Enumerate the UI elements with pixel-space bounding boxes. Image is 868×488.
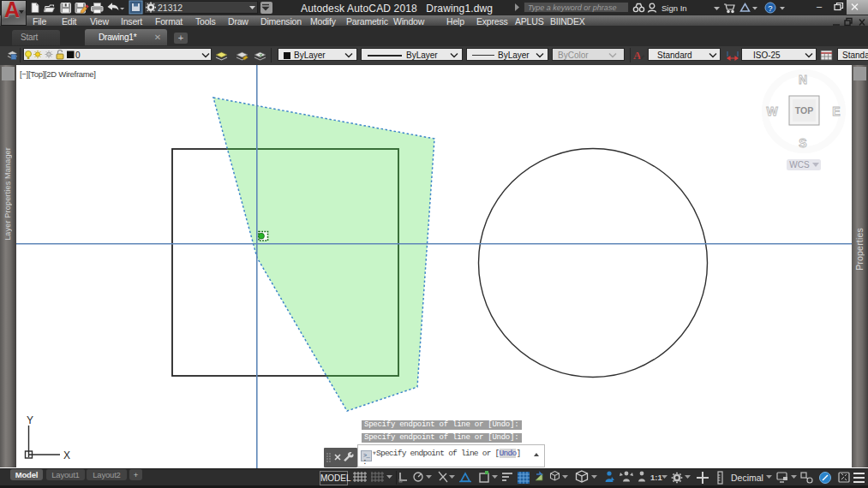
svg-text:Decimal: Decimal — [731, 473, 763, 483]
svg-text:A: A — [633, 49, 642, 62]
svg-text:W: W — [766, 104, 778, 118]
svg-text:1:1: 1:1 — [650, 473, 662, 482]
svg-text:X: X — [63, 449, 70, 461]
svg-text:WCS: WCS — [789, 160, 810, 170]
svg-text:Y: Y — [27, 414, 33, 426]
svg-text:TOP: TOP — [795, 105, 813, 116]
svg-text:E: E — [832, 104, 840, 118]
svg-text:S: S — [799, 136, 806, 150]
svg-text:?: ? — [768, 3, 772, 13]
svg-text:N: N — [799, 73, 807, 86]
